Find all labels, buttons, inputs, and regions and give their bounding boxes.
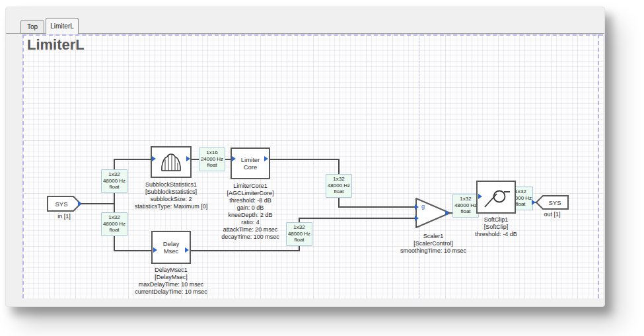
port-arrow-icon (78, 201, 82, 206)
block-class: [ScalerControl] (371, 240, 496, 247)
sys-output-label: SYS (536, 195, 569, 210)
port-arrow-icon (232, 156, 236, 161)
delaymsec-caption: DelayMsec1 [DelayMsec] maxDelayTime: 10 … (108, 267, 234, 296)
port-arrow-icon (415, 216, 419, 221)
block-params: maxDelayTime: 10 msec currentDelayTime: … (108, 281, 234, 296)
wire[interactable] (338, 206, 416, 208)
wire[interactable] (190, 250, 300, 251)
block-title: LimiterCore1 (188, 183, 313, 190)
wire[interactable] (114, 159, 152, 160)
port-arrow-icon (478, 194, 482, 199)
page-guide-left (22, 34, 24, 298)
page-break-guide (419, 34, 419, 298)
delaymsec-inner-label: Delay Msec (163, 240, 179, 255)
canvas-title: LimiterL (27, 36, 85, 54)
block-class: [DelayMsec] (108, 274, 234, 281)
wire[interactable] (299, 218, 416, 219)
block-class: [AGCLimiterCore] (188, 190, 313, 197)
port-arrow-icon (152, 156, 156, 161)
sys-input-block[interactable]: SYS (47, 196, 81, 212)
softclip-caption: SoftClip1 [SoftClip] threshold: -4 dB (433, 216, 559, 238)
block-params: threshold: -4 dB (433, 231, 559, 238)
block-title: DelayMsec1 (108, 267, 234, 274)
wire[interactable] (114, 250, 153, 251)
block-params: smoothingTime: 10 msec (371, 247, 496, 255)
tab-strip: Top LimiterL (6, 7, 604, 34)
limitercore-caption: LimiterCore1 [AGCLimiterCore] threshold:… (188, 183, 313, 241)
tab-top[interactable]: Top (20, 20, 44, 34)
wire[interactable] (269, 159, 340, 160)
port-arrow-icon (264, 156, 268, 161)
port-arrow-icon (185, 247, 189, 253)
sys-input-label: SYS (47, 196, 81, 212)
port-arrow-icon (532, 200, 536, 205)
sys-input-pin-label: in [1] (47, 213, 81, 220)
schematic-canvas[interactable]: LimiterL (22, 34, 603, 298)
wire-type-label[interactable]: 1x16 24000 Hz float (199, 147, 225, 171)
page: Top LimiterL LimiterL (0, 0, 644, 336)
wire-type-label[interactable]: 1x32 48000 Hz float (326, 174, 352, 198)
softclip-block[interactable] (476, 181, 516, 214)
scaler-gain-pin-label: g (421, 203, 425, 210)
softclip-curve-icon (481, 185, 511, 209)
port-arrow-icon (415, 204, 419, 210)
page-guide-right (598, 34, 599, 298)
port-arrow-icon (153, 247, 157, 253)
tab-limiterl[interactable]: LimiterL (46, 18, 79, 34)
wire-type-label[interactable]: 1x32 48000 Hz float (101, 212, 127, 236)
limitercore-block[interactable]: Limiter Core (231, 147, 270, 179)
page-guide-top (22, 34, 603, 36)
sys-output-block[interactable]: SYS (536, 195, 569, 210)
port-arrow-icon (445, 210, 449, 216)
subblockstatistics-block[interactable] (151, 146, 192, 178)
sys-output-pin-label: out [1] (536, 211, 569, 218)
limitercore-inner-label: Limiter Core (241, 156, 260, 171)
histogram-icon (159, 152, 183, 172)
designer-window: Top LimiterL LimiterL (5, 7, 605, 307)
port-arrow-icon (186, 156, 190, 161)
tab-strip-divider (6, 33, 604, 34)
block-class: [SoftClip] (433, 224, 559, 231)
block-params: threshold: -8 dB gain: 0 dB kneeDepth: 2… (188, 197, 313, 241)
wire-type-label[interactable]: 1x32 48000 Hz float (452, 194, 479, 218)
